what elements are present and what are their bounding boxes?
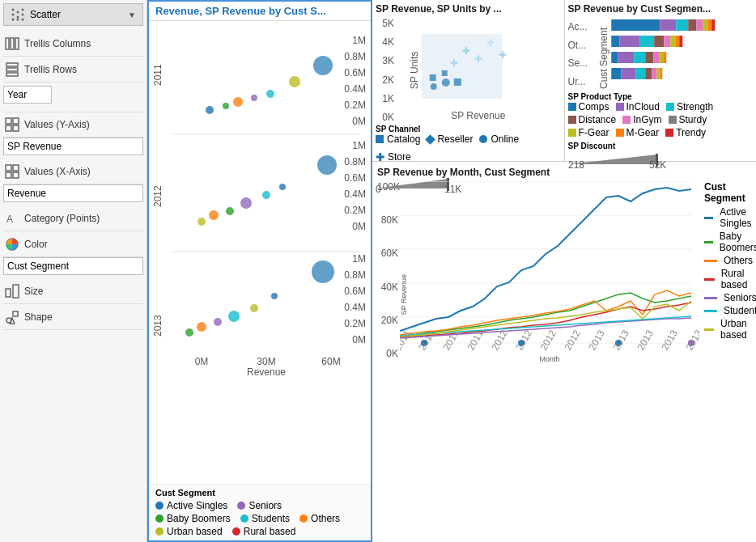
svg-rect-84 [442,70,448,76]
svg-rect-108 [664,36,670,47]
size-label: Size [24,286,43,297]
y-5k: 5K [376,18,394,29]
sp-discount-svg-right: 218 52K [568,152,698,168]
scatter-dropdown[interactable]: Scatter ▼ [3,3,143,26]
svg-rect-101 [703,19,707,31]
month-x-label: Month [400,355,699,363]
values-y-label: Values (Y-Axis) [24,119,90,130]
svg-text:✚: ✚ [462,45,470,57]
year-input[interactable] [3,86,52,104]
svg-point-8 [17,19,19,21]
comps-item: Comps [568,101,609,112]
month-chart-svg-container: 2011 2011 2011 2011 2012 2012 2012 2012 … [400,181,699,359]
seniors-line [704,297,717,299]
svg-text:0.8M: 0.8M [344,269,366,281]
svg-rect-12 [6,63,18,66]
svg-text:0.2M: 0.2M [344,100,366,111]
svg-text:2012: 2012 [562,328,583,351]
svg-rect-96 [611,19,660,31]
svg-rect-26 [13,285,19,298]
students-dot [240,514,248,523]
catalog-label: Catalog [387,133,420,145]
month-baby-boomers: Baby Boomers [704,231,756,253]
svg-rect-20 [13,165,19,171]
month-legend-title: Cust Segment [704,181,756,204]
svg-point-64 [313,56,333,75]
svg-rect-100 [696,19,703,31]
rural-dot [232,527,240,536]
incloud-item: InCloud [616,101,660,112]
sp-discount-title-right: SP Discount [568,142,754,150]
svg-rect-16 [13,118,19,124]
mgear-label: M-Gear [626,127,660,138]
sp-product-type-legend: SP Product Type Comps InCloud Strengt [568,92,754,138]
svg-point-63 [289,76,300,87]
month-chart-legend: Cust Segment Active Singles Baby Boomers… [699,181,756,359]
svg-point-72 [185,328,193,337]
sp-revenue-month-panel: SP Revenue by Month, Cust Segment 100K 8… [372,162,756,542]
active-singles-line [704,217,713,219]
svg-text:0.2M: 0.2M [344,205,366,216]
reseller-icon [426,134,436,145]
svg-text:0M: 0M [195,356,209,367]
svg-point-68 [240,197,252,209]
revenue-input[interactable] [3,184,143,202]
ingym-item: InGym [622,114,661,125]
trellis-rows-section: Trellis Rows [3,57,143,83]
svg-point-60 [233,97,243,107]
store-label: Store [388,151,411,163]
y-40k: 40K [377,282,398,293]
category-icon: A [5,211,19,226]
svg-rect-125 [660,68,662,79]
sp-discount-slider-right[interactable]: 218 52K [568,152,754,168]
svg-text:✚: ✚ [450,57,458,69]
svg-point-70 [279,184,286,190]
svg-text:0.8M: 0.8M [344,51,366,62]
svg-point-2 [12,9,15,11]
svg-text:52K: 52K [649,159,666,168]
svg-point-3 [17,16,19,19]
distance-item: Distance [568,114,617,125]
svg-point-65 [197,218,206,226]
svg-text:✚: ✚ [499,49,507,61]
cust-segment-input[interactable] [3,257,143,275]
sp-revenue-units-title: SP Revenue, SP Units by ... [376,3,561,15]
svg-text:SP Revenue: SP Revenue [451,110,505,121]
svg-point-6 [22,9,24,11]
ingym-icon [622,116,631,124]
scatter-label: Scatter [30,9,61,20]
svg-rect-17 [6,125,11,131]
svg-text:1M: 1M [352,140,366,151]
store-icon: ✚ [376,152,384,163]
students-line [704,310,717,312]
svg-text:0M: 0M [352,221,366,232]
sp-revenue-input[interactable] [3,138,143,155]
ac-label: Ac... [568,21,591,32]
svg-point-67 [226,207,234,215]
distance-label: Distance [579,114,617,125]
svg-rect-106 [639,36,654,47]
svg-point-5 [22,14,24,16]
ingym-label: InGym [633,114,661,125]
month-seniors: Seniors [704,292,756,303]
svg-point-62 [266,90,274,98]
svg-point-71 [317,155,337,175]
y-60k: 60K [377,248,398,259]
reseller-item: Reseller [427,133,473,145]
svg-text:2011: 2011 [400,328,413,351]
legend-baby-boomers: Baby Boomers [155,513,231,524]
svg-point-86 [431,83,437,90]
scatter-svg: 2011 2012 2013 1M 0.8M 0.6M 0.4M 0.2M 0M… [149,21,371,426]
svg-text:A: A [6,214,13,225]
svg-point-58 [206,106,214,114]
month-y-axis: 100K 80K 60K 40K 20K 0K [377,181,400,359]
sp-discount-right: SP Discount 218 52K [568,142,754,168]
values-y-section: Values (Y-Axis) [3,112,143,138]
svg-rect-28 [13,311,18,316]
svg-text:2012: 2012 [537,328,559,351]
month-active-singles: Active Singles [704,206,756,229]
legend-urban: Urban based [155,526,223,537]
month-seniors-label: Seniors [724,292,756,303]
svg-text:2013: 2013 [152,315,164,337]
cust-y-labels: Ac... Ot... Se... Ur... [568,18,591,91]
